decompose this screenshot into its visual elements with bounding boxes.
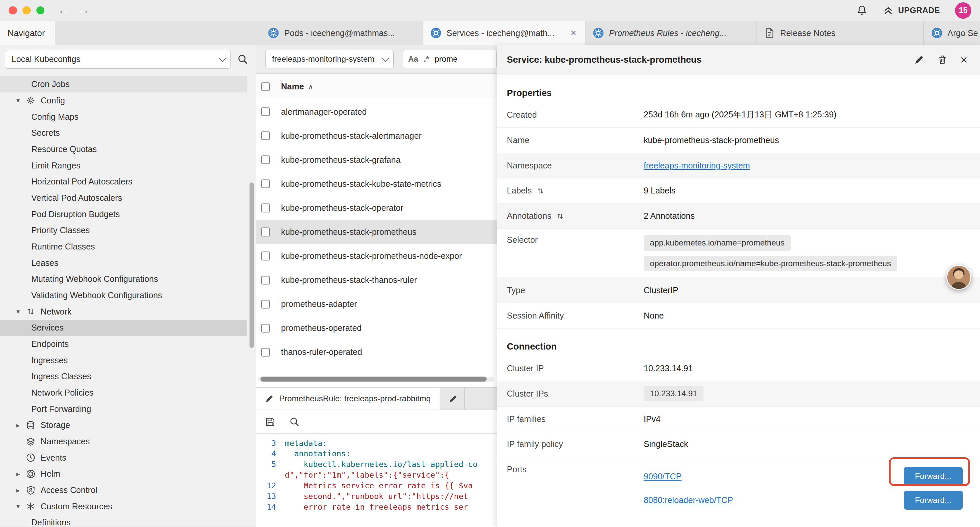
sidebar-scrollbar[interactable] (250, 182, 254, 348)
table-search-input[interactable]: Aa .* prome (403, 50, 497, 68)
back-button[interactable]: ← (58, 5, 69, 16)
scrollbar-thumb[interactable] (261, 377, 487, 382)
network-icon (26, 307, 36, 317)
horizontal-scrollbar[interactable] (258, 377, 494, 382)
sidebar-item-label: Secrets (31, 128, 60, 138)
sidebar-item-network[interactable]: ▾ Network (0, 304, 247, 320)
row-checkbox[interactable] (261, 348, 270, 357)
sidebar-item-cron-jobs[interactable]: Cron Jobs (0, 76, 247, 92)
sidebar-item-namespaces[interactable]: Namespaces (0, 433, 247, 450)
name-column-header[interactable]: Name ∧ (281, 82, 313, 91)
row-checkbox[interactable] (261, 131, 270, 140)
kubernetes-icon (268, 27, 279, 39)
search-icon[interactable] (237, 54, 248, 65)
close-window-button[interactable] (9, 6, 17, 14)
property-row-ip-families: IP families IPv4 (497, 407, 980, 432)
sidebar-item-vertical-pod-autoscalers[interactable]: Vertical Pod Autoscalers (0, 190, 247, 206)
sidebar-item-port-forwarding[interactable]: Port Forwarding (0, 401, 247, 417)
sidebar-item-services[interactable]: Services (0, 320, 247, 336)
sidebar-item-access-control[interactable]: ▸ Access Control (0, 482, 247, 498)
row-checkbox[interactable] (261, 276, 270, 285)
tab-argo[interactable]: Argo Se (924, 21, 980, 45)
sidebar-item-label: Priority Classes (31, 226, 90, 235)
row-checkbox[interactable] (261, 204, 270, 212)
sidebar-item-ingresses[interactable]: Ingresses (0, 352, 247, 369)
row-checkbox[interactable] (261, 180, 270, 188)
sidebar-item-resource-quotas[interactable]: Resource Quotas (0, 141, 247, 158)
chevron-right-icon: ▸ (14, 421, 22, 429)
code-line: annotations: (285, 449, 351, 459)
sidebar-item-priority-classes[interactable]: Priority Classes (0, 222, 247, 239)
row-checkbox[interactable] (261, 155, 270, 164)
forward-button[interactable]: Forward... (904, 490, 963, 509)
sidebar-item-validating-webhook-configurations[interactable]: Validating Webhook Configurations (0, 287, 247, 304)
sidebar-item-label: Network (41, 307, 72, 317)
expand-collapse-icon[interactable] (556, 212, 565, 220)
namespace-link[interactable]: freeleaps-monitoring-system (644, 161, 750, 170)
row-checkbox[interactable] (261, 252, 270, 260)
sidebar-item-pod-disruption-budgets[interactable]: Pod Disruption Budgets (0, 206, 247, 223)
match-case-toggle[interactable]: Aa (408, 55, 418, 64)
sidebar-item-limit-ranges[interactable]: Limit Ranges (0, 158, 247, 174)
sidebar-item-label: Port Forwarding (31, 404, 91, 414)
sidebar-item-secrets[interactable]: Secrets (0, 125, 247, 141)
sidebar-item-custom-resources[interactable]: ▾ Custom Resources (0, 498, 247, 515)
sidebar-item-network-policies[interactable]: Network Policies (0, 385, 247, 401)
notification-count-badge[interactable]: 15 (955, 2, 971, 19)
search-icon[interactable] (289, 417, 300, 427)
tab-pods[interactable]: Pods - icecheng@mathmas... (261, 21, 423, 45)
tab-prometheus-rules[interactable]: Prometheus Rules - icecheng... (585, 21, 757, 45)
sidebar-item-mutating-webhook-configurations[interactable]: Mutating Webhook Configurations (0, 271, 247, 288)
sidebar-item-endpoints[interactable]: Endpoints (0, 336, 247, 352)
sidebar-item-label: Storage (41, 420, 70, 430)
namespace-selector[interactable]: freeleaps-monitoring-system (266, 50, 394, 68)
save-icon[interactable] (265, 417, 275, 427)
sidebar-item-runtime-classes[interactable]: Runtime Classes (0, 239, 247, 255)
sidebar-item-definitions[interactable]: Definitions (0, 515, 247, 527)
sidebar-item-horizontal-pod-autoscalers[interactable]: Horizontal Pod Autoscalers (0, 174, 247, 190)
trash-icon[interactable] (937, 54, 948, 65)
maximize-window-button[interactable] (37, 6, 45, 14)
sidebar-item-config-maps[interactable]: Config Maps (0, 109, 247, 125)
sidebar-item-label: Events (41, 453, 66, 463)
tab-label: Prometheus Rules - icecheng... (609, 29, 727, 38)
edit-icon (449, 394, 458, 403)
notifications-bell-icon[interactable] (856, 5, 868, 16)
sidebar-item-label: Config (41, 96, 65, 105)
regex-toggle[interactable]: .* (424, 55, 429, 64)
avatar[interactable] (946, 265, 971, 290)
chevron-down-icon (382, 55, 389, 62)
row-checkbox[interactable] (261, 300, 270, 309)
sidebar-item-leases[interactable]: Leases (0, 255, 247, 271)
sidebar-item-config[interactable]: ▾ Config (0, 92, 247, 109)
expand-collapse-icon[interactable] (536, 186, 545, 195)
sidebar-item-helm[interactable]: ▸ Helm (0, 466, 247, 482)
sidebar-item-ingress-classes[interactable]: Ingress Classes (0, 369, 247, 385)
line-number: 14 (256, 502, 285, 513)
property-label: Labels (507, 186, 532, 196)
row-checkbox[interactable] (261, 324, 270, 333)
sidebar-item-storage[interactable]: ▸ Storage (0, 417, 247, 434)
edit-icon[interactable] (914, 54, 924, 65)
port-link[interactable]: 9090/TCP (644, 471, 682, 481)
forward-button[interactable]: → (79, 5, 89, 16)
close-tab-icon[interactable]: × (570, 28, 578, 38)
close-icon[interactable]: × (960, 54, 968, 66)
dock-tab-prometheusrule[interactable]: PrometheusRule: freeleaps-prod-rabbitmq (256, 388, 440, 409)
sidebar-item-events[interactable]: Events (0, 450, 247, 466)
tab-services[interactable]: Services - icecheng@math... × (423, 21, 585, 45)
tab-navigator[interactable]: Navigator (0, 21, 55, 45)
row-checkbox[interactable] (261, 107, 270, 116)
tab-release-notes[interactable]: Release Notes (757, 21, 924, 45)
select-all-checkbox[interactable] (261, 83, 270, 91)
row-checkbox[interactable] (261, 228, 270, 236)
upgrade-button[interactable]: UPGRADE (883, 5, 940, 16)
dock-tab-next[interactable] (440, 388, 465, 409)
kubeconfig-selector[interactable]: Local Kubeconfigs (5, 50, 231, 69)
line-number: 12 (256, 481, 285, 491)
sidebar-item-label: Leases (31, 258, 58, 268)
minimize-window-button[interactable] (22, 6, 30, 14)
port-link[interactable]: 8080:reloader-web/TCP (644, 495, 733, 505)
navigator-sidebar: Local Kubeconfigs Cron Jobs ▾ Config Con… (0, 45, 256, 527)
forward-button[interactable]: Forward... (904, 467, 963, 486)
